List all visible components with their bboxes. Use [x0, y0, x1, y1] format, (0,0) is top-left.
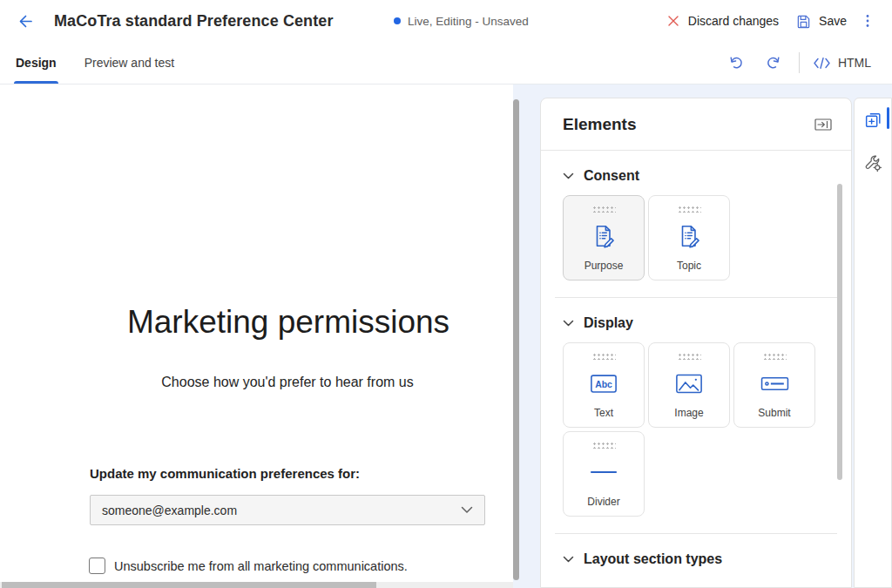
canvas-horizontal-scrollbar-track [0, 582, 513, 588]
x-icon [666, 14, 680, 28]
horizontal-line-icon [590, 449, 618, 496]
collapse-right-icon [814, 118, 832, 131]
tab-design[interactable]: Design [14, 42, 58, 84]
unsubscribe-label: Unsubscribe me from all marketing commun… [114, 559, 408, 573]
picture-icon [675, 360, 703, 407]
command-bar: MaCoTra standard Preference Center Live,… [0, 0, 892, 42]
code-icon [813, 57, 831, 70]
panel-scrollbar[interactable] [837, 184, 842, 480]
tile-image[interactable]: Image [648, 342, 730, 428]
back-button[interactable] [10, 6, 40, 36]
document-pencil-icon [676, 213, 702, 260]
tile-topic-label: Topic [677, 260, 701, 272]
section-header-display[interactable]: Display [563, 315, 851, 331]
elements-panel-header: Elements [541, 98, 851, 151]
tab-preview-and-test[interactable]: Preview and test [83, 42, 177, 84]
side-toolbar [854, 98, 892, 588]
tools-settings-button[interactable] [860, 150, 886, 176]
chevron-down-icon [563, 320, 574, 328]
tile-divider[interactable]: Divider [563, 431, 645, 517]
redo-arrow-icon [766, 55, 781, 71]
tile-topic[interactable]: Topic [648, 195, 730, 280]
button-field-icon [760, 360, 789, 407]
tab-bar: Design Preview and test HTML [0, 42, 892, 84]
save-button[interactable]: Save [787, 9, 855, 34]
tile-submit-label: Submit [758, 407, 790, 419]
section-divider [555, 533, 837, 534]
drag-dots-icon[interactable] [678, 206, 701, 213]
svg-text:Abc: Abc [595, 379, 612, 389]
section-label-consent: Consent [584, 168, 639, 184]
consent-tiles: Purpose Topic [563, 195, 824, 280]
canvas-horizontal-scrollbar[interactable] [2, 582, 376, 588]
collapse-panel-button[interactable] [811, 113, 835, 136]
status-indicator: Live, Editing - Unsaved [394, 0, 529, 42]
tab-design-label: Design [16, 56, 57, 70]
arrow-left-icon [17, 13, 34, 30]
chevron-down-icon [563, 556, 574, 564]
abc-box-icon: Abc [590, 360, 618, 407]
section-header-layout-section-types[interactable]: Layout section types [563, 551, 851, 567]
preferences-field-label[interactable]: Update my communication preferences for: [90, 466, 360, 481]
html-view-button[interactable]: HTML [813, 56, 871, 70]
chevron-down-icon [461, 506, 473, 514]
toolbar-divider [799, 52, 800, 73]
drag-dots-icon[interactable] [592, 206, 616, 213]
form-heading[interactable]: Marketing permissions [0, 304, 513, 341]
tile-text-label: Text [594, 407, 613, 419]
drag-dots-icon[interactable] [592, 353, 616, 360]
tile-image-label: Image [674, 407, 703, 419]
email-dropdown[interactable]: someone@example.com [90, 495, 485, 525]
canvas-vertical-scrollbar[interactable] [513, 99, 519, 580]
add-elements-button[interactable] [860, 106, 886, 132]
discard-changes-label: Discard changes [688, 14, 779, 28]
undo-arrow-icon [728, 55, 744, 71]
more-options-button[interactable] [855, 7, 880, 35]
live-dot-icon [394, 17, 401, 24]
unsubscribe-row: Unsubscribe me from all marketing commun… [89, 558, 408, 574]
chevron-down-icon [563, 172, 574, 180]
drag-dots-icon[interactable] [763, 353, 787, 360]
tile-purpose-label: Purpose [585, 260, 624, 272]
discard-changes-button[interactable]: Discard changes [658, 9, 787, 33]
tile-divider-label: Divider [587, 496, 619, 508]
unsubscribe-checkbox[interactable] [89, 558, 105, 574]
redo-button[interactable] [761, 51, 786, 75]
document-pencil-icon [591, 213, 617, 260]
elements-panel-title: Elements [563, 115, 636, 134]
elements-panel: Elements Consent Purpose Topic [540, 98, 852, 588]
wrench-gear-icon [863, 153, 882, 172]
tab-preview-label: Preview and test [84, 56, 175, 70]
editor-toolbar: HTML [724, 51, 892, 75]
kebab-menu-icon [861, 13, 875, 29]
command-bar-actions: Discard changes Save [658, 7, 892, 35]
save-label: Save [819, 14, 847, 28]
section-label-layout-section-types: Layout section types [584, 551, 722, 567]
undo-button[interactable] [724, 51, 748, 75]
drag-dots-icon[interactable] [678, 353, 701, 360]
add-square-icon [863, 110, 883, 130]
email-dropdown-value: someone@example.com [102, 504, 237, 517]
drag-dots-icon[interactable] [592, 442, 616, 449]
status-text: Live, Editing - Unsaved [408, 15, 529, 28]
tile-purpose[interactable]: Purpose [563, 195, 645, 280]
page-title: MaCoTra standard Preference Center [54, 12, 334, 30]
section-label-display: Display [584, 315, 633, 331]
html-label: HTML [838, 56, 871, 70]
floppy-disk-icon [796, 14, 811, 29]
active-tool-indicator [887, 107, 889, 129]
section-header-consent[interactable]: Consent [563, 168, 851, 184]
form-subheading[interactable]: Choose how you'd prefer to hear from us [0, 375, 513, 390]
display-tiles: Abc Text Image Submit Divider [563, 342, 824, 517]
tile-submit[interactable]: Submit [733, 342, 815, 428]
design-canvas[interactable]: Marketing permissions Choose how you'd p… [0, 84, 513, 588]
tile-text[interactable]: Abc Text [563, 342, 645, 428]
section-divider [555, 297, 837, 298]
